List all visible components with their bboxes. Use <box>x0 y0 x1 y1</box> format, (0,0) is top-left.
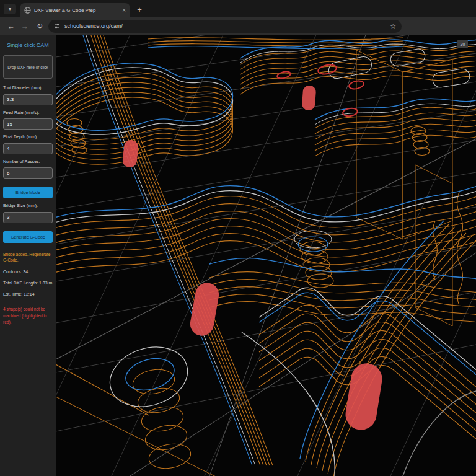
app-title: Single click CAM <box>3 42 53 48</box>
tool-diameter-input[interactable] <box>3 94 53 105</box>
dxf-dropzone-label: Drop DXF here or click <box>7 65 48 69</box>
stat-length: Total DXF Length: 1.83 m <box>3 281 53 285</box>
active-tab[interactable]: DXF Viewer & G-Code Prep × <box>20 3 130 17</box>
reload-icon[interactable]: ↻ <box>33 17 46 35</box>
final-depth-label: Final Depth (mm): <box>3 134 53 139</box>
site-favicon-icon <box>24 7 31 14</box>
passes-input[interactable] <box>3 167 53 178</box>
tab-strip: ▾ DXF Viewer & G-Code Prep × + <box>0 0 476 17</box>
tab-close-icon[interactable]: × <box>122 7 126 14</box>
bridge-status-text: Bridge added. Regenerate G-Code. <box>3 252 53 263</box>
toolpath-canvas[interactable]: 20 <box>56 35 476 476</box>
feed-rate-label: Feed Rate (mm/s): <box>3 110 53 115</box>
stat-contours: Contours: 34 <box>3 270 53 274</box>
unmachinable-shape-2 <box>302 85 317 110</box>
address-bar[interactable]: schoolscience.org/cam/ ☆ <box>48 20 402 33</box>
new-tab-button[interactable]: + <box>134 4 145 15</box>
feed-rate-input[interactable] <box>3 118 53 130</box>
machining-warning-text: 4 shape(s) could not be machined (highli… <box>3 306 53 325</box>
tab-title: DXF Viewer & G-Code Prep <box>34 7 119 13</box>
browser-toolbar: ← → ↻ schoolscience.org/cam/ ☆ <box>0 17 476 35</box>
dxf-dropzone[interactable]: Drop DXF here or click <box>3 55 53 79</box>
tab-list-chevron-icon[interactable]: ▾ <box>4 4 16 14</box>
scale-badge: 20 <box>457 40 468 48</box>
tool-diameter-label: Tool Diameter (mm): <box>3 86 53 90</box>
cam-sidebar: Single click CAM Drop DXF here or click … <box>0 35 56 476</box>
unmachinable-shape-3 <box>188 281 221 337</box>
unmachinable-shape-4 <box>343 361 384 432</box>
stat-time: Est. Time: 12:14 <box>3 292 53 296</box>
passes-label: Number of Passes: <box>3 159 53 164</box>
final-depth-input[interactable] <box>3 143 53 154</box>
unmachinable-shape-1 <box>122 139 139 168</box>
bridge-mode-button[interactable]: Bridge Mode <box>3 187 53 198</box>
back-icon[interactable]: ← <box>5 17 17 35</box>
browser-window: ▾ DXF Viewer & G-Code Prep × + ← → ↻ sch… <box>0 0 476 476</box>
unmachinable-outline-shapes <box>276 63 364 117</box>
bridge-size-label: Bridge Size (mm): <box>3 203 53 208</box>
viewport-3d[interactable] <box>56 35 476 476</box>
bridge-size-input[interactable] <box>3 212 53 223</box>
bookmark-star-icon[interactable]: ☆ <box>390 22 396 30</box>
url-text[interactable]: schoolscience.org/cam/ <box>64 23 386 29</box>
generate-gcode-button[interactable]: Generate G-Code <box>3 231 53 243</box>
forward-icon[interactable]: → <box>19 17 31 35</box>
site-info-icon[interactable] <box>54 23 60 29</box>
